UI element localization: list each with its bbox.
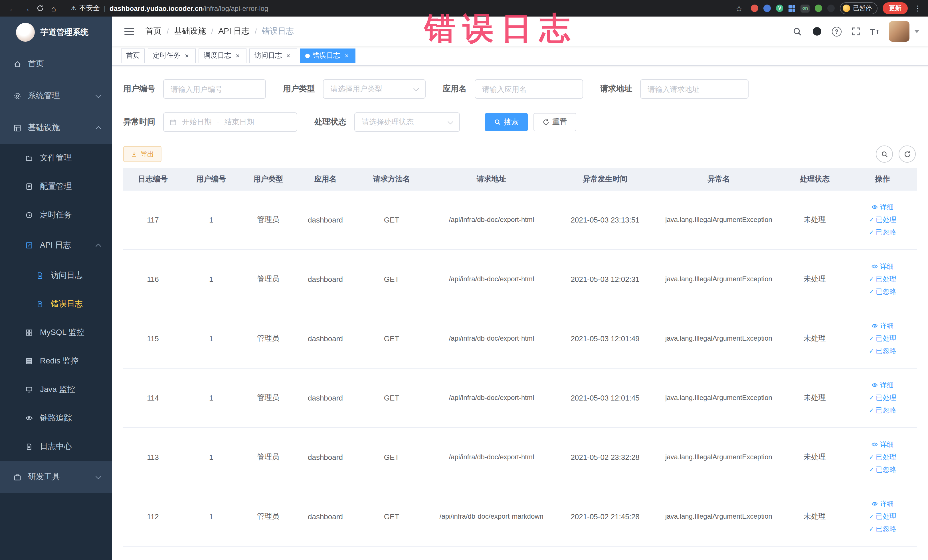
profile-paused-chip[interactable]: 已暂停 <box>840 2 878 14</box>
mark-processed-link[interactable]: ✓ 已处理 <box>850 510 915 523</box>
user-id-input[interactable] <box>163 79 266 99</box>
cell-exception: java.lang.IllegalArgumentException <box>656 249 781 309</box>
sidebar-item-home[interactable]: 首页 <box>0 48 112 80</box>
sidebar-item-file-management[interactable]: 文件管理 <box>0 144 112 172</box>
cell-user-type: 管理员 <box>240 309 297 368</box>
close-icon[interactable]: × <box>285 52 292 60</box>
mark-processed-link[interactable]: ✓ 已处理 <box>850 391 915 404</box>
breadcrumb-item-infrastructure[interactable]: 基础设施 <box>174 26 206 37</box>
filter-label: 用户编号 <box>123 84 155 94</box>
breadcrumb-separator: / <box>166 27 169 36</box>
start-date-placeholder: 开始日期 <box>182 117 212 127</box>
date-range-picker[interactable]: 开始日期 - 结束日期 <box>163 112 297 132</box>
user-avatar[interactable] <box>889 21 910 42</box>
extension-icon[interactable] <box>827 5 835 12</box>
tag-schedule-log[interactable]: 调度日志× <box>198 48 246 63</box>
mark-processed-link[interactable]: ✓ 已处理 <box>850 451 915 463</box>
sidebar-item-access-log[interactable]: 访问日志 <box>0 261 112 290</box>
mark-ignored-link[interactable]: ✓ 已忽略 <box>850 404 915 417</box>
sidebar-item-trace[interactable]: 链路追踪 <box>0 404 112 432</box>
sidebar-item-infrastructure[interactable]: 基础设施 <box>0 112 112 144</box>
url-host: dashboard.yudao.iocoder.cn <box>110 4 203 12</box>
mark-ignored-link[interactable]: ✓ 已忽略 <box>850 463 915 476</box>
fullscreen-icon[interactable] <box>851 27 860 36</box>
sidebar-item-redis-monitor[interactable]: Redis 监控 <box>0 347 112 375</box>
detail-link[interactable]: 详细 <box>850 379 915 391</box>
mark-processed-link[interactable]: ✓ 已处理 <box>850 332 915 345</box>
mark-ignored-link[interactable]: ✓ 已忽略 <box>850 226 915 238</box>
check-icon: ✓ <box>869 404 874 417</box>
export-button[interactable]: 导出 <box>123 146 162 162</box>
mark-ignored-link[interactable]: ✓ 已忽略 <box>850 345 915 357</box>
mark-ignored-link[interactable]: ✓ 已忽略 <box>850 285 915 298</box>
detail-link[interactable]: 详细 <box>850 260 915 273</box>
mark-processed-link[interactable]: ✓ 已处理 <box>850 273 915 285</box>
search-icon[interactable] <box>792 26 802 36</box>
column-header-status: 处理状态 <box>781 168 849 190</box>
breadcrumb: 首页 / 基础设施 / API 日志 / 错误日志 <box>145 26 294 37</box>
update-button[interactable]: 更新 <box>883 2 908 14</box>
sidebar-item-system-management[interactable]: 系统管理 <box>0 80 112 112</box>
toggle-search-button[interactable] <box>876 145 893 163</box>
column-header-time: 异常发生时间 <box>554 168 656 190</box>
detail-link[interactable]: 详细 <box>850 497 915 510</box>
address-bar[interactable]: ⚠ 不安全 | dashboard.yudao.iocoder.cn/infra… <box>66 2 726 15</box>
browser-actions: ☆ V on 已暂停 更新 ⋮ <box>732 2 923 15</box>
browser-back-icon[interactable]: ← <box>6 2 20 15</box>
refresh-button[interactable] <box>899 145 916 163</box>
page-content: 用户编号 用户类型 请选择用户类型 应用名 <box>112 66 928 560</box>
extension-icon[interactable] <box>751 5 758 12</box>
font-size-icon[interactable]: TT <box>870 26 879 36</box>
help-icon[interactable]: ? <box>832 26 841 36</box>
close-icon[interactable]: × <box>234 52 241 60</box>
detail-link[interactable]: 详细 <box>850 438 915 451</box>
extension-on-badge[interactable]: on <box>800 4 810 12</box>
tag-error-log[interactable]: 错误日志× <box>300 48 356 63</box>
close-icon[interactable]: × <box>343 52 350 60</box>
tag-access-log[interactable]: 访问日志× <box>249 48 297 63</box>
search-button[interactable]: 搜索 <box>485 113 528 131</box>
cell-user-id: 1 <box>183 249 240 309</box>
vue-devtools-icon[interactable]: V <box>776 5 783 12</box>
browser-forward-icon[interactable]: → <box>20 2 33 15</box>
detail-link[interactable]: 详细 <box>850 319 915 332</box>
breadcrumb-item-home[interactable]: 首页 <box>145 26 162 37</box>
app-name-input[interactable] <box>475 79 583 99</box>
app-header: 首页 / 基础设施 / API 日志 / 错误日志 ? <box>112 17 928 46</box>
document-icon <box>35 299 44 309</box>
bookmark-star-icon[interactable]: ☆ <box>732 2 746 15</box>
sidebar-item-scheduled-tasks[interactable]: 定时任务 <box>0 201 112 229</box>
user-type-select[interactable]: 请选择用户类型 <box>323 79 426 99</box>
detail-link[interactable]: 详细 <box>850 201 915 214</box>
browser-menu-icon[interactable]: ⋮ <box>913 4 923 12</box>
filter-app-name: 应用名 <box>443 79 583 99</box>
browser-home-icon[interactable]: ⌂ <box>47 2 61 15</box>
browser-reload-icon[interactable] <box>33 2 47 15</box>
request-url-input[interactable] <box>640 79 749 99</box>
app-logo[interactable]: 芋道管理系统 <box>0 17 112 48</box>
sidebar-item-dev-tools[interactable]: 研发工具 <box>0 461 112 493</box>
caret-down-icon[interactable] <box>914 30 919 33</box>
reset-button[interactable]: 重置 <box>533 113 576 131</box>
extension-icon[interactable] <box>815 5 822 12</box>
sidebar-item-error-log[interactable]: 错误日志 <box>0 290 112 318</box>
layers-icon <box>24 357 34 366</box>
sidebar-item-log-center[interactable]: 日志中心 <box>0 432 112 461</box>
extension-icon[interactable] <box>763 5 771 12</box>
github-icon[interactable] <box>812 26 822 37</box>
breadcrumb-item-api-logs[interactable]: API 日志 <box>218 26 250 37</box>
process-status-select[interactable]: 请选择处理状态 <box>354 112 460 132</box>
extension-grid-icon[interactable] <box>789 5 795 12</box>
hamburger-menu-button[interactable] <box>121 24 137 38</box>
tag-home[interactable]: 首页 <box>121 48 145 63</box>
close-icon[interactable]: × <box>183 52 191 60</box>
table-row: 113 1 管理员 dashboard GET /api/infra/db-do… <box>123 427 917 487</box>
sidebar-item-api-logs[interactable]: API 日志 <box>0 229 112 261</box>
sidebar-item-java-monitor[interactable]: Java 监控 <box>0 375 112 404</box>
sidebar-item-mysql-monitor[interactable]: MySQL 监控 <box>0 318 112 347</box>
mark-ignored-link[interactable]: ✓ 已忽略 <box>850 523 915 535</box>
sidebar-item-config-management[interactable]: 配置管理 <box>0 172 112 201</box>
filter-row-2: 异常时间 开始日期 - 结束日期 处理状态 请选 <box>123 112 917 132</box>
tag-scheduled-tasks[interactable]: 定时任务× <box>148 48 196 63</box>
mark-processed-link[interactable]: ✓ 已处理 <box>850 214 915 226</box>
